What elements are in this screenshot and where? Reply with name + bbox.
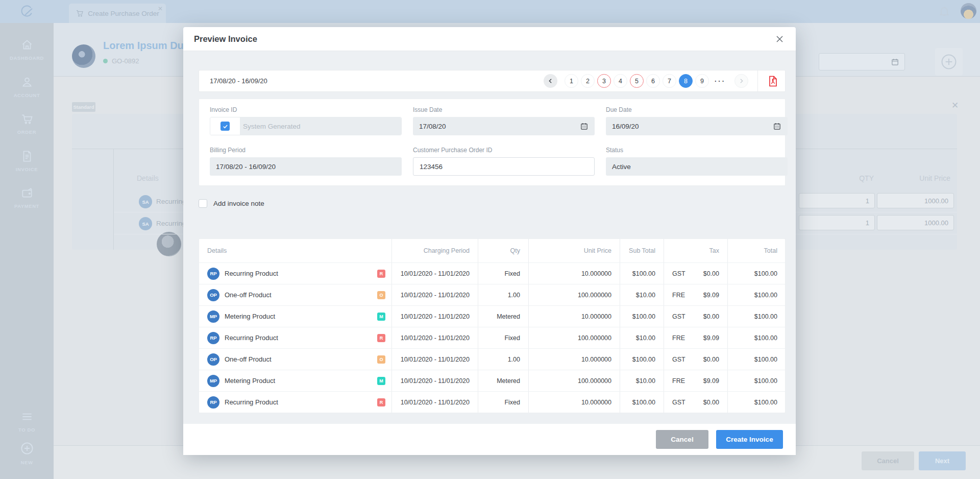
background-date-field[interactable]: [819, 53, 905, 70]
modal-header: Preview Invoice: [183, 27, 796, 51]
col-tax: Tax: [664, 239, 727, 262]
product-name: Recurring Product: [225, 270, 278, 277]
unit-price: 100.000000: [528, 284, 620, 305]
table-row: MP Metering Product M 10/01/2020 - 11/01…: [199, 305, 785, 327]
page-button-7[interactable]: 7: [663, 74, 676, 88]
download-pdf-button[interactable]: [761, 70, 785, 92]
product-name: One-off Product: [225, 291, 272, 299]
tax-code: FRE: [672, 292, 685, 299]
charging-period: 10/01/2020 - 11/01/2020: [391, 306, 478, 327]
bg-qty-input[interactable]: 1: [799, 193, 875, 208]
page-button-3[interactable]: 3: [597, 74, 611, 88]
customer-po-input[interactable]: 123456: [413, 157, 595, 176]
sub-total: $100.00: [620, 263, 664, 284]
page-button-2[interactable]: 2: [581, 74, 595, 88]
billing-range-label: 17/08/20 - 16/09/20: [210, 77, 267, 85]
product-initials-badge: RP: [207, 396, 219, 409]
sidebar-item-order[interactable]: ORDER: [0, 112, 54, 135]
tab-close-icon[interactable]: ✕: [158, 6, 163, 12]
create-invoice-button[interactable]: Create Invoice: [716, 430, 783, 449]
order-cart-icon: [20, 112, 34, 126]
page-button-4[interactable]: 4: [614, 74, 627, 88]
tax-code: GST: [672, 356, 685, 363]
total: $100.00: [727, 392, 786, 413]
standard-badge: Standard: [72, 102, 95, 112]
table-row: RP Recurring Product R 10/01/2020 - 11/0…: [199, 262, 785, 284]
charging-period: 10/01/2020 - 11/01/2020: [391, 370, 478, 391]
page-button-9[interactable]: 9: [695, 74, 709, 88]
account-title: Lorem Ipsum Dum: [103, 40, 193, 52]
bg-col-unit-price: Unit Price: [888, 174, 950, 182]
background-next-button[interactable]: Next: [919, 451, 966, 470]
col-qty: Qty: [478, 239, 528, 262]
sidebar-item-account[interactable]: ACCOUNT: [0, 76, 54, 98]
sub-total: $100.00: [620, 306, 664, 327]
invoice-pagination-bar: 17/08/20 - 16/09/20 1 2 3 4 5 6 7 8 9 ··…: [199, 70, 786, 92]
invoice-id-input[interactable]: System Generated: [240, 117, 401, 135]
page-button-6[interactable]: 6: [646, 74, 660, 88]
due-date-input[interactable]: 16/09/20: [606, 117, 788, 135]
chevron-left-icon: [547, 78, 554, 84]
col-charging-period: Charging Period: [391, 239, 478, 262]
issue-date-input[interactable]: 17/08/20: [413, 117, 595, 135]
invoice-icon: [20, 150, 34, 163]
modal-close-button[interactable]: [775, 34, 785, 44]
add-invoice-note-checkbox[interactable]: [199, 199, 207, 208]
qty: Fixed: [478, 263, 528, 284]
product-initials-badge: OP: [207, 289, 219, 301]
bg-qty-input[interactable]: 1: [799, 215, 875, 230]
col-details: Details: [199, 239, 391, 262]
page-next-button[interactable]: [734, 74, 748, 88]
tax-code: FRE: [672, 334, 685, 342]
tax-value: $0.00: [703, 399, 719, 406]
system-generated-checkbox[interactable]: [220, 122, 230, 131]
product-name: Recurring Product: [225, 398, 278, 406]
chevron-right-icon: [738, 78, 745, 84]
background-panel-close-icon[interactable]: ✕: [951, 100, 959, 111]
cancel-button[interactable]: Cancel: [656, 430, 708, 449]
product-type-tag: M: [377, 377, 385, 385]
bg-price-input[interactable]: 1000.00: [877, 215, 954, 230]
account-avatar: [72, 44, 95, 68]
bg-price-input[interactable]: 1000.00: [877, 193, 954, 208]
charging-period: 10/01/2020 - 11/01/2020: [391, 392, 478, 413]
sidebar-item-invoice[interactable]: INVOICE: [0, 150, 54, 172]
notifications-button[interactable]: [938, 5, 950, 17]
product-type-tag: O: [377, 355, 385, 364]
background-cancel-button[interactable]: Cancel: [862, 451, 914, 470]
sidebar-item-payment[interactable]: PAYMENT: [0, 186, 54, 209]
account-code-row: GO-0892: [103, 57, 139, 65]
user-avatar[interactable]: [961, 3, 976, 19]
sidebar-item-todo[interactable]: TO DO: [0, 410, 54, 433]
product-name: Metering Product: [225, 313, 275, 320]
qty: 1.00: [478, 284, 528, 305]
due-date-value: 16/09/20: [612, 123, 639, 130]
page-button-1[interactable]: 1: [565, 74, 578, 88]
unit-price: 100.000000: [528, 327, 620, 348]
qty: Metered: [478, 306, 528, 327]
product-type-tag: O: [377, 291, 385, 299]
status-value: Active: [606, 157, 788, 176]
qty: Metered: [478, 370, 528, 391]
tax-value: $0.00: [703, 270, 719, 277]
add-invoice-note-label: Add invoice note: [213, 200, 264, 207]
sidebar-label: ORDER: [17, 129, 36, 135]
total: $100.00: [727, 263, 786, 284]
sidebar-item-dashboard[interactable]: DASHBOARD: [0, 38, 54, 61]
app-logo[interactable]: [0, 0, 54, 23]
sidebar-item-new[interactable]: NEW: [0, 441, 54, 465]
tax-code: GST: [672, 270, 685, 277]
product-initials-badge: MP: [207, 310, 219, 323]
tax-code: FRE: [672, 377, 685, 385]
status-dot: [103, 59, 108, 63]
tab-create-purchase-order[interactable]: Create Purchase Order ✕: [69, 4, 166, 23]
unit-price: 10.000000: [528, 392, 620, 413]
background-add-button[interactable]: [935, 48, 963, 76]
account-icon: [20, 76, 34, 89]
page-button-5[interactable]: 5: [630, 74, 644, 88]
page-prev-button[interactable]: [544, 74, 557, 88]
field-due-date: Due Date 16/09/20: [606, 106, 788, 135]
page-button-8[interactable]: 8: [679, 74, 693, 88]
table-row: MP Metering Product M 10/01/2020 - 11/01…: [199, 370, 785, 391]
product-initials-badge: RP: [207, 268, 219, 280]
